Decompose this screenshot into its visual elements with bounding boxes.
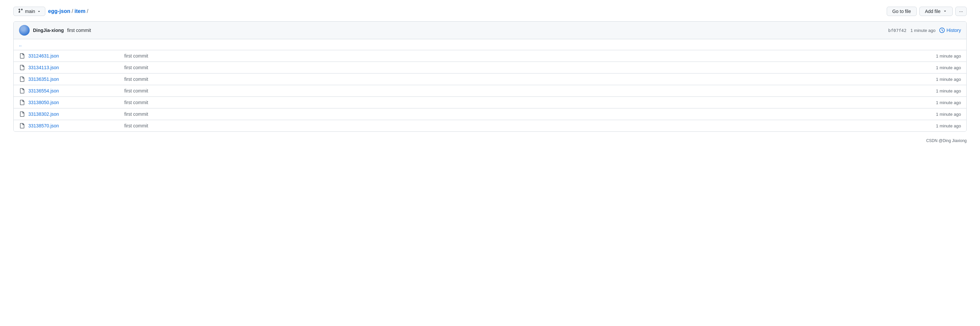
file-commit-cell: first commit [119,65,901,70]
file-name-link[interactable]: 33136554.json [28,88,59,93]
footer-text: CSDN @Ding Jiaxiong [926,138,967,143]
file-commit-cell: first commit [119,76,901,82]
file-commit-cell: first commit [119,123,901,128]
avatar-image [19,25,30,36]
clock-icon [939,28,945,33]
file-commit-cell: first commit [119,111,901,117]
branch-selector[interactable]: main [13,7,45,16]
file-time-cell: 1 minute ago [901,89,961,93]
commit-header-right: bf07f42 1 minute ago History [888,28,961,33]
file-icon [19,76,25,82]
toolbar: main egg-json / item / Go to file Add fi… [13,7,967,16]
chevron-down-icon [37,9,41,13]
commit-time: 1 minute ago [910,28,935,33]
parent-dir-row: .. [14,39,966,50]
file-commit-cell: first commit [119,53,901,59]
table-row: 33138302.json first commit 1 minute ago [14,108,966,120]
file-name-cell: 33138050.json [19,100,119,106]
breadcrumb-folder[interactable]: item [74,8,85,14]
file-name-link[interactable]: 33138050.json [28,100,59,105]
history-label: History [947,28,961,33]
file-name-link[interactable]: 33134113.json [28,65,59,70]
branch-label: main [25,9,35,14]
add-file-label: Add file [925,9,941,14]
table-row: 33138050.json first commit 1 minute ago [14,97,966,108]
table-row: 33124631.json first commit 1 minute ago [14,50,966,62]
file-time-cell: 1 minute ago [901,112,961,117]
file-time-cell: 1 minute ago [901,77,961,82]
breadcrumb-repo[interactable]: egg-json [48,8,70,14]
file-name-cell: 33136554.json [19,88,119,94]
file-rows-container: 33124631.json first commit 1 minute ago … [14,50,966,131]
file-table: DingJia-xiong first commit bf07f42 1 min… [13,21,967,132]
breadcrumb-sep1: / [72,8,73,14]
table-row: 33138570.json first commit 1 minute ago [14,120,966,131]
file-name-cell: 33138570.json [19,123,119,129]
commit-message: first commit [67,28,91,33]
breadcrumb-sep2: / [87,8,88,14]
branch-icon [18,9,23,14]
file-time-cell: 1 minute ago [901,123,961,128]
file-name-link[interactable]: 33138302.json [28,111,59,117]
table-row: 33134113.json first commit 1 minute ago [14,62,966,73]
commit-sha[interactable]: bf07f42 [888,28,906,33]
file-icon [19,111,25,117]
file-name-cell: 33134113.json [19,65,119,71]
footer: CSDN @Ding Jiaxiong [13,138,967,143]
file-icon [19,65,25,71]
file-icon [19,100,25,106]
more-options-button[interactable]: ··· [955,7,967,16]
file-icon [19,123,25,129]
breadcrumb: egg-json / item / [48,8,88,14]
file-time-cell: 1 minute ago [901,65,961,70]
parent-dir-link[interactable]: .. [19,42,22,47]
file-time-cell: 1 minute ago [901,100,961,105]
file-name-cell: 33124631.json [19,53,119,59]
file-commit-cell: first commit [119,100,901,105]
file-name-link[interactable]: 33136351.json [28,76,59,82]
file-icon [19,88,25,94]
file-icon [19,53,25,59]
file-name-link[interactable]: 33138570.json [28,123,59,128]
add-file-button[interactable]: Add file [920,7,953,16]
table-row: 33136554.json first commit 1 minute ago [14,85,966,97]
history-link[interactable]: History [939,28,961,33]
commit-header-left: DingJia-xiong first commit [19,25,91,36]
add-file-chevron-icon [943,9,947,13]
go-to-file-button[interactable]: Go to file [887,7,917,16]
table-row: 33136351.json first commit 1 minute ago [14,73,966,85]
commit-author[interactable]: DingJia-xiong [33,28,64,33]
file-name-cell: 33138302.json [19,111,119,117]
avatar [19,25,30,36]
file-time-cell: 1 minute ago [901,54,961,59]
toolbar-right: Go to file Add file ··· [887,7,967,16]
file-name-link[interactable]: 33124631.json [28,53,59,59]
toolbar-left: main egg-json / item / [13,7,88,16]
file-name-cell: 33136351.json [19,76,119,82]
commit-header: DingJia-xiong first commit bf07f42 1 min… [14,22,966,39]
file-commit-cell: first commit [119,88,901,93]
